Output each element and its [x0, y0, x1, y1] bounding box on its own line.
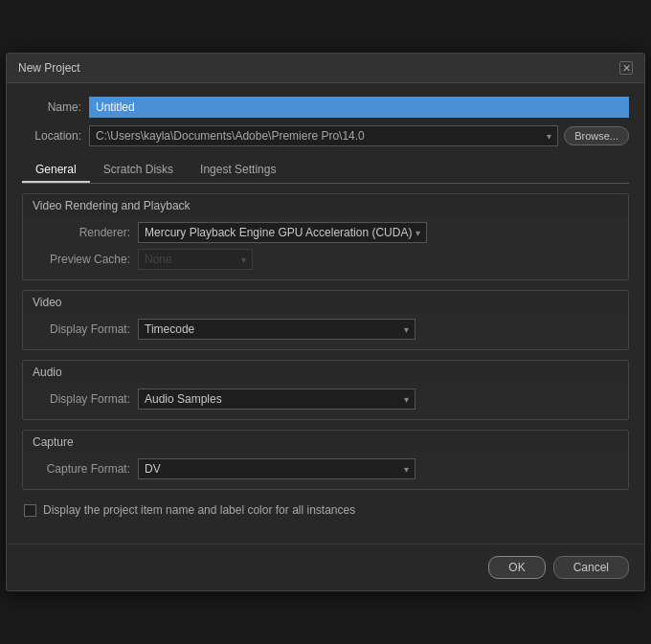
video-section-content: Display Format: Timecode ▾ [23, 313, 628, 349]
preview-cache-select: None ▾ [138, 249, 253, 270]
dialog-footer: OK Cancel [7, 544, 644, 590]
audio-display-format-arrow-icon: ▾ [400, 394, 409, 405]
checkbox-row: Display the project item name and label … [22, 503, 629, 517]
capture-format-arrow-icon: ▾ [400, 464, 409, 475]
capture-format-value: DV [145, 462, 400, 476]
dialog-body: Name: Location: C:\Users\kayla\Documents… [7, 83, 644, 530]
name-row: Name: [22, 97, 629, 118]
renderer-row: Renderer: Mercury Playback Engine GPU Ac… [33, 222, 618, 243]
title-bar: New Project ✕ [7, 54, 644, 83]
video-section: Video Display Format: Timecode ▾ [22, 290, 629, 350]
video-rendering-content: Renderer: Mercury Playback Engine GPU Ac… [23, 216, 628, 279]
audio-display-format-row: Display Format: Audio Samples ▾ [33, 389, 618, 410]
ok-button[interactable]: OK [488, 556, 545, 579]
name-input[interactable] [89, 97, 629, 118]
browse-button[interactable]: Browse... [564, 126, 629, 145]
capture-section-title: Capture [23, 431, 628, 453]
video-display-format-value: Timecode [145, 322, 400, 336]
audio-display-format-select[interactable]: Audio Samples ▾ [138, 389, 415, 410]
video-rendering-title: Video Rendering and Playback [23, 194, 628, 216]
audio-section: Audio Display Format: Audio Samples ▾ [22, 360, 629, 420]
audio-display-format-value: Audio Samples [145, 392, 400, 406]
location-text: C:\Users\kayla\Documents\Adobe\Premiere … [96, 129, 543, 143]
capture-format-row: Capture Format: DV ▾ [33, 458, 618, 479]
video-display-format-label: Display Format: [33, 322, 138, 336]
video-display-format-arrow-icon: ▾ [400, 324, 409, 335]
capture-format-label: Capture Format: [33, 462, 138, 476]
renderer-select[interactable]: Mercury Playback Engine GPU Acceleration… [138, 222, 427, 243]
audio-display-format-label: Display Format: [33, 392, 138, 406]
tabs: General Scratch Disks Ingest Settings [22, 158, 629, 184]
tab-general[interactable]: General [22, 158, 90, 183]
preview-cache-value: None [145, 253, 237, 266]
location-dropdown-arrow-icon[interactable]: ▾ [543, 131, 551, 142]
renderer-value: Mercury Playback Engine GPU Acceleration… [145, 226, 412, 239]
checkbox-label-text: Display the project item name and label … [43, 503, 355, 517]
dialog-title: New Project [18, 61, 80, 75]
preview-cache-row: Preview Cache: None ▾ [33, 249, 618, 270]
video-rendering-section: Video Rendering and Playback Renderer: M… [22, 193, 629, 280]
location-label: Location: [22, 129, 89, 143]
preview-cache-dropdown-arrow-icon: ▾ [237, 255, 246, 265]
cancel-button[interactable]: Cancel [553, 556, 629, 579]
location-input-wrap[interactable]: C:\Users\kayla\Documents\Adobe\Premiere … [89, 125, 558, 146]
capture-section-content: Capture Format: DV ▾ [23, 453, 628, 489]
new-project-dialog: New Project ✕ Name: Location: C:\Users\k… [6, 53, 645, 591]
video-display-format-select[interactable]: Timecode ▾ [138, 319, 415, 340]
capture-section: Capture Capture Format: DV ▾ [22, 430, 629, 490]
video-display-format-row: Display Format: Timecode ▾ [33, 319, 618, 340]
display-label-checkbox[interactable] [24, 504, 36, 517]
tab-scratch-disks[interactable]: Scratch Disks [90, 158, 187, 183]
audio-section-title: Audio [23, 361, 628, 383]
tab-ingest-settings[interactable]: Ingest Settings [187, 158, 289, 183]
renderer-label: Renderer: [33, 226, 138, 239]
preview-cache-label: Preview Cache: [33, 253, 138, 266]
audio-section-content: Display Format: Audio Samples ▾ [23, 383, 628, 419]
capture-format-select[interactable]: DV ▾ [138, 458, 415, 479]
name-label: Name: [22, 100, 89, 114]
renderer-dropdown-arrow-icon: ▾ [412, 228, 420, 238]
location-row: Location: C:\Users\kayla\Documents\Adobe… [22, 125, 629, 146]
close-button[interactable]: ✕ [619, 61, 633, 75]
video-section-title: Video [23, 291, 628, 313]
